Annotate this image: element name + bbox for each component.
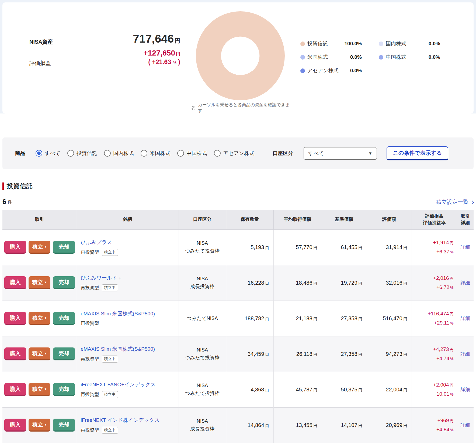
buy-button[interactable]: 購入 xyxy=(4,383,26,396)
avg-cost-cell: 13,455円 xyxy=(273,407,322,443)
pl-rate: +29.11% xyxy=(412,318,454,328)
sell-button[interactable]: 売却 xyxy=(53,241,75,254)
legend-item: 中国株式0.0% xyxy=(379,50,440,64)
asset-allocation-donut[interactable] xyxy=(196,11,285,100)
pl-amount: +116,474円 xyxy=(412,309,454,318)
fund-name-link[interactable]: eMAXIS Slim 米国株式(S&P500) xyxy=(81,346,155,352)
pl-amount: +4,273円 xyxy=(412,345,454,354)
radio-label: 中国株式 xyxy=(186,150,207,157)
tsumitate-button[interactable]: 積立▼ xyxy=(29,241,50,254)
tsumitate-settings-link[interactable]: 積立設定一覧 xyxy=(436,198,474,206)
legend-dot xyxy=(300,55,305,60)
summary-hero: NISA資産 評価損益 717,646円 +127,650円 ( +21.63 … xyxy=(0,0,476,113)
fund-name-link[interactable]: iFreeNEXT インド株インデックス xyxy=(81,417,160,423)
nav-cell: 27,358円 xyxy=(322,336,367,372)
valuation-cell: 516,470円 xyxy=(367,301,412,336)
quantity-cell: 5,193口 xyxy=(226,229,273,265)
detail-link[interactable]: 詳細 xyxy=(460,316,470,321)
fund-name-link[interactable]: ひふみワールド＋ xyxy=(81,275,123,281)
pl-cell: +4,273円 +4.74% xyxy=(412,336,457,372)
account-type-select[interactable]: すべて ▼ xyxy=(304,147,377,160)
product-radio-3[interactable]: 国内株式 xyxy=(104,150,134,157)
buy-button[interactable]: 購入 xyxy=(4,276,26,289)
column-header: 評価損益評価損益率 xyxy=(412,210,457,229)
table-row: 購入 積立▼ 売却 ひふみワールド＋ 再投資型 積立中 NISA成長投資枠 16… xyxy=(2,265,474,301)
detail-link[interactable]: 詳細 xyxy=(460,244,470,250)
detail-link[interactable]: 詳細 xyxy=(460,280,470,285)
fund-sub: 再投資型 xyxy=(81,320,179,326)
detail-link[interactable]: 詳細 xyxy=(460,387,470,392)
pl-rate: +4.74% xyxy=(412,354,454,363)
sell-button[interactable]: 売却 xyxy=(53,276,75,289)
fund-name-link[interactable]: ひふみプラス xyxy=(81,239,112,245)
buy-button[interactable]: 購入 xyxy=(4,312,26,325)
legend-value: 0.0% xyxy=(350,68,362,74)
donut-hover-note-text: カーソルを乗せると各商品の資産を確認できます xyxy=(198,102,293,113)
sell-button[interactable]: 売却 xyxy=(53,383,75,396)
caret-down-icon: ▼ xyxy=(44,387,47,391)
detail-link[interactable]: 詳細 xyxy=(460,351,470,357)
buy-button[interactable]: 購入 xyxy=(4,241,26,254)
buy-button[interactable]: 購入 xyxy=(4,419,26,432)
account-type-cell: NISAつみたて投資枠 xyxy=(179,229,226,265)
legend-label: 国内株式 xyxy=(386,40,406,47)
nisa-summary-card: NISA資産 評価損益 717,646円 +127,650円 ( +21.63 … xyxy=(2,2,474,113)
fund-name-link[interactable]: iFreeNEXT FANG+インデックス xyxy=(81,382,156,387)
detail-link[interactable]: 詳細 xyxy=(460,422,470,428)
legend-value: 0.0% xyxy=(350,54,362,60)
table-row: 購入 積立▼ 売却 iFreeNEXT インド株インデックス 再投資型 積立中 … xyxy=(2,407,474,443)
legend-dot xyxy=(300,42,305,46)
column-header: 基準価額 xyxy=(322,210,367,229)
nav-cell: 14,107円 xyxy=(322,407,367,443)
fund-sub: 再投資型 積立中 xyxy=(81,391,179,398)
legend-value: 0.0% xyxy=(429,54,440,60)
sell-button[interactable]: 売却 xyxy=(53,347,75,360)
sell-button[interactable]: 売却 xyxy=(53,312,75,325)
fund-name-link[interactable]: eMAXIS Slim 米国株式(S&P500) xyxy=(81,311,155,316)
tsumitate-button[interactable]: 積立▼ xyxy=(29,383,50,396)
detail-cell: 詳細 xyxy=(457,407,474,443)
avg-cost-cell: 45,787円 xyxy=(273,372,322,407)
nav-cell: 61,455円 xyxy=(322,229,367,265)
nav-cell: 50,375円 xyxy=(322,372,367,407)
buy-button[interactable]: 購入 xyxy=(4,347,26,360)
tsumitate-active-badge: 積立中 xyxy=(102,427,118,434)
apply-filter-button[interactable]: この条件で表示する xyxy=(387,146,448,160)
column-header: 取引詳細 xyxy=(457,210,474,229)
tsumitate-button[interactable]: 積立▼ xyxy=(29,347,50,360)
account-type-selected-value: すべて xyxy=(308,150,324,157)
tsumitate-active-badge: 積立中 xyxy=(102,284,118,291)
legend-dot xyxy=(300,68,305,73)
tsumitate-button[interactable]: 積立▼ xyxy=(29,312,50,325)
detail-cell: 詳細 xyxy=(457,229,474,265)
pl-rate: +10.01% xyxy=(412,390,454,399)
account-type-cell: NISAつみたて投資枠 xyxy=(179,336,226,372)
valuation-cell: 31,914円 xyxy=(367,229,412,265)
fund-cell: iFreeNEXT インド株インデックス 再投資型 積立中 xyxy=(77,407,179,443)
legend-item: アセアン株式0.0% xyxy=(300,64,362,77)
table-row: 購入 積立▼ 売却 eMAXIS Slim 米国株式(S&P500) 再投資型 … xyxy=(2,301,474,336)
product-radio-4[interactable]: 米国株式 xyxy=(141,150,170,157)
detail-cell: 詳細 xyxy=(457,301,474,336)
trade-buttons-cell: 購入 積立▼ 売却 xyxy=(2,265,77,301)
section-title-text: 投資信託 xyxy=(7,182,33,190)
product-radio-6[interactable]: アセアン株式 xyxy=(214,150,254,157)
tsumitate-button[interactable]: 積立▼ xyxy=(29,419,50,432)
pl-rate: +4.84% xyxy=(412,425,454,434)
column-header: 評価額 xyxy=(367,210,412,229)
trade-buttons-cell: 購入 積立▼ 売却 xyxy=(2,229,77,265)
sell-button[interactable]: 売却 xyxy=(53,419,75,432)
fund-cell: ひふみワールド＋ 再投資型 積立中 xyxy=(77,265,179,301)
pl-amount: +969円 xyxy=(412,416,454,425)
pl-cell: +116,474円 +29.11% xyxy=(412,301,457,336)
quantity-cell: 34,459口 xyxy=(226,336,273,372)
tsumitate-button[interactable]: 積立▼ xyxy=(29,276,50,289)
product-radio-1[interactable]: すべて xyxy=(36,150,60,157)
product-radio-2[interactable]: 投資信託 xyxy=(67,150,97,157)
allocation-legend: 投資信託100.0%国内株式0.0%米国株式0.0%中国株式0.0%アセアン株式… xyxy=(300,37,440,77)
pl-amount: +1,914円 xyxy=(412,238,454,247)
legend-dot xyxy=(379,55,383,60)
product-radio-5[interactable]: 中国株式 xyxy=(177,150,207,157)
column-header: 保有数量 xyxy=(226,210,273,229)
donut-hover-note: カーソルを乗せると各商品の資産を確認できます xyxy=(190,102,293,113)
